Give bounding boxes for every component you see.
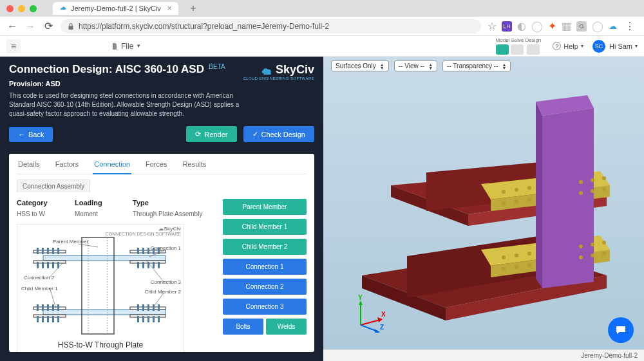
- 3d-viewer[interactable]: Surfaces Only ▲▼ -- View -- ▲▼ -- Transp…: [323, 57, 644, 361]
- svg-rect-15: [42, 248, 44, 254]
- svg-rect-3: [82, 237, 114, 334]
- view-select[interactable]: -- View -- ▲▼: [394, 60, 437, 71]
- btn-bolts[interactable]: Bolts: [223, 319, 263, 335]
- user-avatar[interactable]: SC: [592, 40, 605, 53]
- svg-rect-40: [142, 262, 144, 268]
- diagram-title: HSS-to-W Through Plate: [17, 340, 184, 349]
- svg-line-101: [361, 320, 380, 325]
- dlabel-conn1: Connection 1: [151, 245, 181, 251]
- ext-ring-icon[interactable]: ◯: [592, 20, 603, 32]
- btn-connection-1[interactable]: Connection 1: [223, 259, 307, 275]
- tab-connection[interactable]: Connection: [93, 160, 131, 174]
- prop-loading-value: Moment: [75, 210, 120, 218]
- reload-button[interactable]: ⟳: [43, 20, 54, 32]
- close-window-icon[interactable]: [6, 5, 14, 12]
- tab-details[interactable]: Details: [17, 160, 41, 174]
- svg-rect-16: [47, 248, 49, 254]
- svg-rect-25: [42, 304, 44, 311]
- viewer-controls: Surfaces Only ▲▼ -- View -- ▲▼ -- Transp…: [331, 60, 511, 71]
- svg-rect-42: [153, 262, 155, 268]
- surfaces-select[interactable]: Surfaces Only ▲▼: [331, 60, 389, 71]
- btn-parent-member[interactable]: Parent Member: [223, 199, 307, 215]
- prop-category-value: HSS to W: [17, 210, 62, 218]
- browser-tab[interactable]: Jeremy-Demo-full-2 | SkyCiv ×: [53, 2, 178, 15]
- mode-design[interactable]: Design: [525, 37, 541, 55]
- ext-cal-icon[interactable]: ▦: [562, 20, 571, 32]
- tab-factors[interactable]: Factors: [54, 160, 80, 174]
- svg-point-85: [591, 189, 594, 193]
- star-icon[interactable]: ☆: [488, 20, 497, 32]
- help-menu[interactable]: ? Help ▾: [553, 42, 583, 50]
- prop-loading-header: Loading: [75, 199, 120, 207]
- mode-solve[interactable]: Solve: [511, 37, 524, 55]
- btn-connection-2[interactable]: Connection 2: [223, 279, 307, 295]
- svg-rect-17: [52, 248, 54, 254]
- url-input[interactable]: https://platform.skyciv.com/structural?p…: [61, 19, 481, 33]
- axis-y-label: Y: [358, 294, 363, 301]
- svg-point-97: [591, 254, 594, 257]
- svg-point-95: [602, 241, 606, 245]
- svg-point-76: [515, 188, 518, 192]
- svg-rect-31: [47, 316, 49, 322]
- btn-welds[interactable]: Welds: [266, 319, 307, 335]
- svg-rect-35: [142, 248, 144, 254]
- beta-badge: BETA: [209, 63, 225, 70]
- minimize-window-icon[interactable]: [18, 5, 25, 12]
- ext-lh-icon[interactable]: LH: [502, 21, 512, 32]
- svg-rect-2: [43, 310, 166, 315]
- new-tab-button[interactable]: +: [187, 2, 200, 15]
- user-greeting[interactable]: Hi Sam ▾: [609, 42, 638, 50]
- svg-rect-24: [37, 304, 39, 311]
- axis-z-label: Z: [380, 324, 384, 331]
- left-panel: Connection Design: AISC 360-10 ASD BETA …: [0, 57, 323, 361]
- btn-child-member-2[interactable]: Child Member 2: [223, 239, 307, 255]
- btn-connection-3[interactable]: Connection 3: [223, 299, 307, 315]
- caret-down-icon: ▾: [635, 43, 638, 49]
- ext-bolt-icon[interactable]: ✦: [548, 20, 556, 32]
- svg-rect-34: [137, 248, 139, 254]
- tab-forces[interactable]: Forces: [144, 160, 169, 174]
- svg-point-75: [502, 190, 506, 194]
- svg-rect-49: [137, 316, 139, 322]
- svg-rect-51: [147, 316, 149, 322]
- dlabel-conn3: Connection 3: [151, 279, 181, 285]
- svg-point-84: [579, 191, 583, 195]
- back-nav-button[interactable]: ←: [6, 21, 18, 32]
- forward-nav-button[interactable]: →: [24, 21, 36, 32]
- browser-titlebar: Jeremy-Demo-full-2 | SkyCiv × +: [0, 0, 644, 17]
- svg-rect-1: [43, 255, 166, 261]
- lock-icon: [67, 23, 75, 30]
- svg-rect-19: [37, 262, 39, 268]
- browser-menu-icon[interactable]: ⋮: [622, 20, 638, 32]
- ext-g-icon[interactable]: G: [576, 21, 587, 32]
- svg-rect-32: [52, 316, 54, 322]
- maximize-window-icon[interactable]: [30, 5, 37, 12]
- mode-model[interactable]: Model: [496, 37, 510, 55]
- hamburger-menu-icon[interactable]: ≡: [6, 39, 21, 53]
- chat-button[interactable]: [608, 317, 634, 343]
- svg-marker-104: [374, 329, 380, 333]
- check-design-button[interactable]: ✓ Check Design: [243, 126, 314, 142]
- window-controls: [6, 5, 37, 12]
- caret-down-icon: ▾: [581, 43, 583, 49]
- render-button[interactable]: ⟳ Render: [186, 126, 236, 142]
- svg-rect-18: [57, 248, 59, 254]
- svg-point-96: [579, 255, 583, 259]
- provision-label: Provision: ASD: [9, 80, 314, 88]
- caret-down-icon: ▼: [136, 43, 141, 49]
- ext-shield-icon[interactable]: ◐: [517, 20, 526, 32]
- tab-results[interactable]: Results: [182, 160, 208, 174]
- transparency-select[interactable]: -- Transparency -- ▲▼: [442, 60, 511, 71]
- ext-sky-icon[interactable]: ☁: [609, 21, 617, 31]
- help-icon: ?: [553, 42, 561, 50]
- svg-marker-74: [542, 108, 594, 288]
- svg-point-93: [579, 245, 583, 248]
- svg-point-89: [527, 252, 531, 255]
- close-tab-icon[interactable]: ×: [167, 4, 172, 13]
- svg-rect-46: [147, 304, 149, 311]
- ext-circle-icon[interactable]: ◯: [531, 20, 543, 32]
- back-button[interactable]: ← Back: [9, 127, 53, 142]
- subtab-connection-assembly[interactable]: Connection Assembly: [17, 180, 90, 192]
- btn-child-member-1[interactable]: Child Member 1: [223, 219, 307, 235]
- file-menu[interactable]: File ▼: [111, 42, 141, 51]
